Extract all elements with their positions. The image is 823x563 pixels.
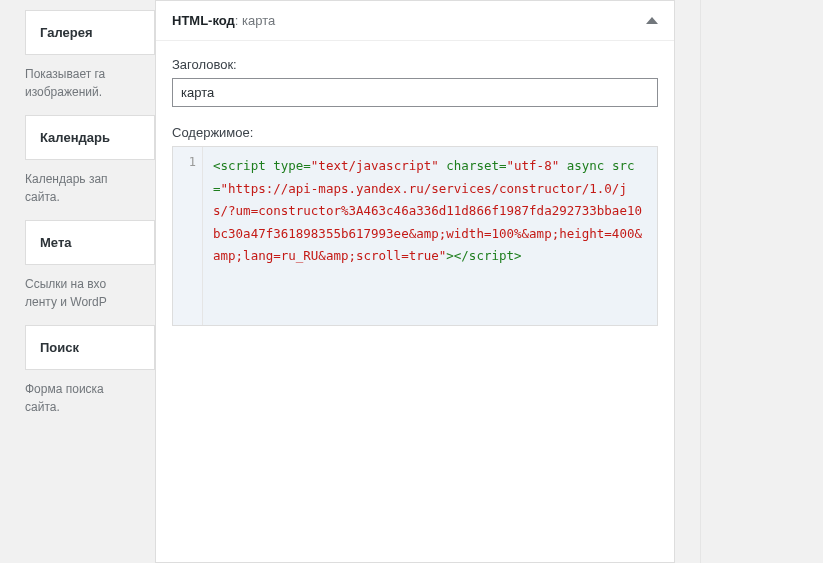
collapse-icon[interactable] xyxy=(646,17,658,24)
sidebar-item-gallery[interactable]: Галерея xyxy=(25,10,155,55)
widget-desc: Показывает га изображений. xyxy=(0,55,130,115)
code-content[interactable]: <script type="text/javascript" charset="… xyxy=(203,147,657,325)
panel-title-prefix: HTML-код xyxy=(172,13,235,28)
sidebar-item-calendar[interactable]: Календарь xyxy=(25,115,155,160)
line-number: 1 xyxy=(173,155,196,169)
content-label: Содержимое: xyxy=(172,125,658,140)
line-gutter: 1 xyxy=(173,147,203,325)
code-attr: charset= xyxy=(439,158,507,173)
code-editor[interactable]: 1 <script type="text/javascript" charset… xyxy=(172,146,658,326)
widget-settings-panel: HTML-код: карта Заголовок: Содержимое: 1… xyxy=(155,0,675,563)
code-attr: type= xyxy=(266,158,311,173)
code-attr: async xyxy=(559,158,604,173)
widget-desc: Форма поиска сайта. xyxy=(0,370,130,430)
widget-desc: Календарь зап сайта. xyxy=(0,160,130,220)
sidebar-item-meta[interactable]: Мета xyxy=(25,220,155,265)
panel-header[interactable]: HTML-код: карта xyxy=(156,1,674,41)
panel-title-suffix: : карта xyxy=(235,13,275,28)
widget-title: Галерея xyxy=(26,11,154,54)
code-tag: <script xyxy=(213,158,266,173)
right-column xyxy=(700,0,823,563)
widget-title: Мета xyxy=(26,221,154,264)
title-label: Заголовок: xyxy=(172,57,658,72)
widget-desc: Ссылки на вхо ленту и WordP xyxy=(0,265,130,325)
title-input[interactable] xyxy=(172,78,658,107)
widget-sidebar: Галерея Показывает га изображений. Кален… xyxy=(0,0,155,563)
panel-title: HTML-код: карта xyxy=(172,13,275,28)
panel-body: Заголовок: Содержимое: 1 <script type="t… xyxy=(156,41,674,342)
sidebar-item-search[interactable]: Поиск xyxy=(25,325,155,370)
widget-title: Поиск xyxy=(26,326,154,369)
code-tag: ></script> xyxy=(446,248,521,263)
code-str: "utf-8" xyxy=(507,158,560,173)
widget-title: Календарь xyxy=(26,116,154,159)
code-str: "text/javascript" xyxy=(311,158,439,173)
code-str: "https://api-maps.yandex.ru/services/con… xyxy=(213,181,642,264)
